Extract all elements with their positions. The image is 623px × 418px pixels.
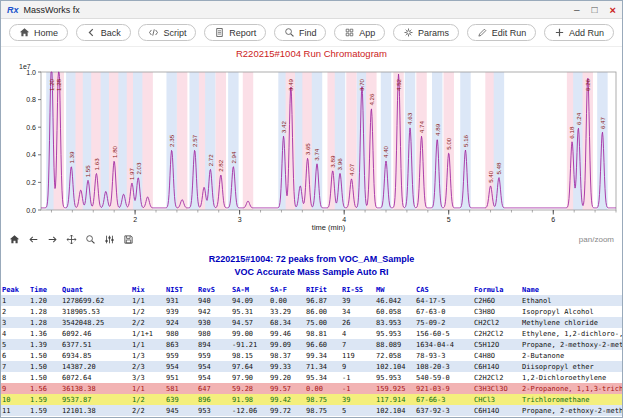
minimize-button[interactable]: – [574,1,580,19]
x-tick-label: 4 [342,216,346,223]
col-header-revs[interactable]: RevS [197,284,231,295]
col-header-rifit[interactable]: RIFit [305,284,341,295]
plot-back-button[interactable] [28,234,39,245]
table-row[interactable]: 31.283542048.252/292493094.5768.3475.002… [1,317,623,328]
peak-band [416,72,426,210]
peak-band [54,72,64,210]
script-icon [148,27,159,38]
peak-label: 3.42 [280,121,287,134]
find-button[interactable]: Find [274,24,327,41]
home-button-label: Home [34,28,58,38]
home-icon [19,27,30,38]
table-row[interactable]: 81.506072.643/395195497.9099.2095.34-195… [1,372,623,383]
plot-pan-button[interactable] [66,234,77,245]
peak-label: 5.16 [462,134,469,147]
peak-band [357,72,367,210]
peak-band [597,72,607,210]
col-header-ri-ss[interactable]: RI-SS [341,284,375,295]
peak-label: 4.89 [434,123,441,136]
edit-icon [477,27,488,38]
peak-band [142,72,152,210]
x-axis-label: time (min) [312,223,346,232]
peak-label: 5.40 [487,170,494,183]
plot-home-button[interactable] [9,234,20,245]
app-button[interactable]: App [334,24,385,41]
col-header-nist[interactable]: NIST [165,284,197,295]
results-header: R220215#1004: 72 peaks from VOC_AM_Sampl… [1,247,622,284]
peak-band [205,72,215,210]
plot-forward-button[interactable] [47,234,58,245]
app-button-label: App [359,28,375,38]
peak-band [133,72,143,210]
col-header-cas[interactable]: CAS [415,284,473,295]
peak-band [228,72,238,210]
x-tick-label: 3 [238,216,242,223]
plot-settings-button[interactable] [104,234,115,245]
plot-zoom-button[interactable] [85,234,96,245]
plot-save-button[interactable] [123,234,134,245]
params-button[interactable]: Params [393,24,459,41]
peak-band [573,72,583,210]
peak-label: 6.18 [568,126,575,139]
peak-band [494,72,504,210]
peak-band [177,72,187,210]
y-tick-label: 0.8 [26,96,36,103]
table-row[interactable]: 71.5014387.202/395495497.6499.3371.34910… [1,361,623,372]
col-header-peak[interactable]: Peak [1,284,29,295]
peak-label: 1.39 [68,151,75,164]
peak-label: 6.47 [599,116,606,129]
home-icon [9,234,20,245]
col-header-name[interactable]: Name [521,284,623,295]
masworks-window: Rx MassWorks fx – □ × Home Back Script R… [0,0,623,418]
col-header-formula[interactable]: Formula [473,284,521,295]
y-tick-label: 0.2 [26,179,36,186]
col-header-sa-f[interactable]: SA-F [269,284,305,295]
edit-run-button[interactable]: Edit Run [467,24,537,41]
peak-label: 3.65 [304,143,311,156]
peak-band [583,72,593,210]
peak-label: 2.72 [207,154,214,167]
results-subtitle: VOC Accurate Mass Sample Auto RI [1,266,622,279]
y-tick-label: 0.4 [26,151,36,158]
peaks-table: PeakTimeQuantMixNISTRevSSA-MSA-FRIFitRI-… [1,284,623,416]
close-button[interactable]: × [610,1,616,19]
script-button[interactable]: Script [138,24,196,41]
back-button[interactable]: Back [76,24,131,41]
edit-run-button-label: Edit Run [492,28,527,38]
table-row[interactable]: 111.5912101.382/2945953-12.0699.7298.755… [1,405,623,416]
peak-band [405,72,415,210]
titlebar: Rx MassWorks fx – □ × [1,1,622,19]
home-button[interactable]: Home [9,24,68,41]
peak-band [381,72,391,210]
peak-label: 3.74 [313,148,320,161]
add-run-button[interactable]: Add Run [544,24,614,41]
peak-label: 3.70 [358,78,365,91]
table-row[interactable]: 91.5636138.381/158164759.2899.570.00-115… [1,383,623,394]
table-row[interactable]: 61.506934.851/395995998.1598.3799.341197… [1,350,623,361]
report-button[interactable]: Report [204,24,266,41]
app-grid-icon [344,27,355,38]
col-header-quant[interactable]: Quant [61,284,131,295]
window-title: MassWorks fx [24,5,80,15]
col-header-mix[interactable]: Mix [131,284,165,295]
peak-band [109,72,119,210]
table-row[interactable]: 21.28318905.531/293994295.3133.2986.0034… [1,306,623,317]
col-header-time[interactable]: Time [29,284,61,295]
gear-icon [403,27,414,38]
table-row[interactable]: 101.599537.871/263989691.9899.4298.75391… [1,394,623,405]
maximize-button[interactable]: □ [592,1,598,19]
peak-band [312,72,322,210]
table-row[interactable]: 51.396377.511/1863894-91.2199.0996.60788… [1,339,623,350]
col-header-mw[interactable]: MW [375,284,415,295]
y-tick-label: 0.6 [26,124,36,131]
peak-label: 1.20 [48,78,55,91]
table-row[interactable]: 41.366092.461/1+198098099.0099.4698.8149… [1,328,623,339]
peak-band [216,72,226,210]
col-header-sa-m[interactable]: SA-M [231,284,269,295]
peak-label: 2.35 [168,134,175,147]
table-header-row: PeakTimeQuantMixNISTRevSSA-MSA-FRIFitRI-… [1,284,623,295]
chromatogram-plot[interactable]: 0.00.20.40.60.81.01e723456time (min)1.20… [1,60,623,232]
peak-band [91,72,101,210]
plot-nav-toolbar: pan/zoom [1,232,622,247]
table-row[interactable]: 11.201278699.621/193194094.090.0096.8739… [1,295,623,306]
